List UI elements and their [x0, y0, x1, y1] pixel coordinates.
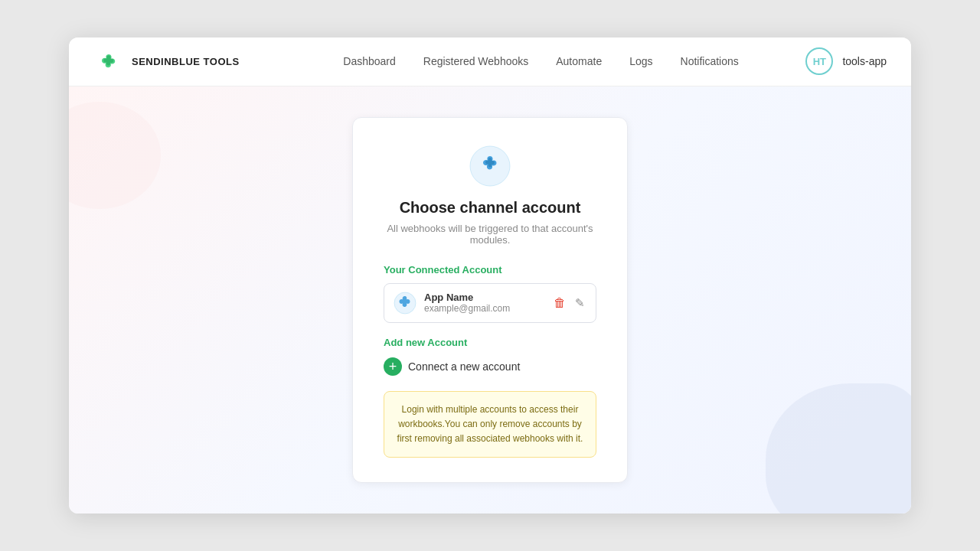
sendinblue-logo-icon: [93, 46, 124, 77]
blob-decoration-right: [766, 383, 911, 514]
nav-right: HT tools-app: [805, 47, 887, 75]
user-label: tools-app: [842, 55, 887, 67]
info-box: Login with multiple accounts to access t…: [384, 391, 596, 458]
app-title: SENDINBLUE TOOLS: [132, 56, 240, 67]
nav-automate[interactable]: Automate: [556, 55, 602, 67]
avatar[interactable]: HT: [805, 47, 833, 75]
main-content: Choose channel account All webhooks will…: [69, 86, 911, 514]
navbar: SENDINBLUE TOOLS Dashboard Registered We…: [69, 37, 911, 86]
logo-area[interactable]: SENDINBLUE TOOLS: [93, 46, 240, 77]
account-name: App Name: [424, 292, 552, 303]
account-email: example@gmail.com: [424, 303, 552, 314]
delete-account-button[interactable]: 🗑: [552, 295, 567, 311]
nav-logs[interactable]: Logs: [629, 55, 652, 67]
nav-dashboard[interactable]: Dashboard: [343, 55, 396, 67]
nav-links: Dashboard Registered Webhooks Automate L…: [276, 55, 806, 67]
blob-decoration-left: [69, 102, 161, 209]
plus-circle-icon: +: [384, 357, 402, 376]
add-section-label: Add new Account: [384, 337, 596, 348]
app-window: SENDINBLUE TOOLS Dashboard Registered We…: [69, 37, 911, 514]
edit-icon: ✎: [575, 296, 585, 310]
channel-icon: [469, 145, 511, 187]
account-row: App Name example@gmail.com 🗑 ✎: [384, 283, 596, 323]
connect-button-label: Connect a new account: [408, 360, 520, 373]
connected-section-label: Your Connected Account: [384, 264, 596, 276]
card-icon-area: [384, 145, 596, 187]
nav-notifications[interactable]: Notifications: [681, 55, 739, 67]
edit-account-button[interactable]: ✎: [573, 295, 586, 311]
choose-account-card: Choose channel account All webhooks will…: [352, 117, 628, 484]
nav-registered-webhooks[interactable]: Registered Webhooks: [423, 55, 528, 67]
account-icon: [394, 292, 416, 315]
connect-new-account-button[interactable]: + Connect a new account: [384, 356, 520, 377]
account-info: App Name example@gmail.com: [424, 292, 552, 314]
card-title: Choose channel account: [384, 199, 596, 217]
card-subtitle: All webhooks will be triggered to that a…: [384, 223, 596, 246]
trash-icon: 🗑: [554, 296, 566, 310]
account-actions: 🗑 ✎: [552, 295, 586, 311]
